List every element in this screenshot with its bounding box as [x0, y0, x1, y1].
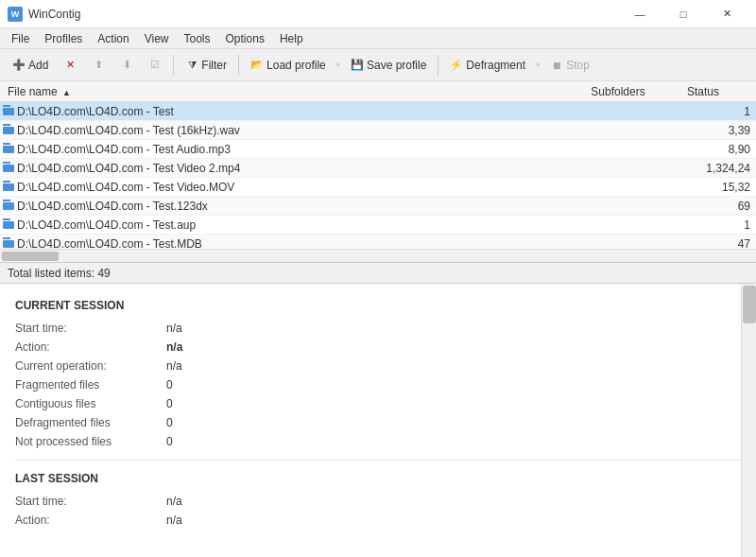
- fragmented-files-row: Fragmented files 0: [15, 378, 741, 392]
- last-start-time-label: Start time:: [15, 495, 166, 508]
- defragmented-files-row: Defragmented files 0: [15, 416, 741, 429]
- svg-rect-10: [3, 200, 10, 201]
- separator-dot-1: •: [335, 59, 342, 72]
- select-icon: ☑: [148, 59, 162, 72]
- minimize-button[interactable]: —: [618, 0, 662, 28]
- load-profile-label: Load profile: [266, 59, 326, 72]
- svg-rect-12: [3, 218, 10, 220]
- save-profile-button[interactable]: 💾 Save profile: [344, 53, 433, 78]
- last-session-title: LAST SESSION: [15, 472, 741, 485]
- contiguous-files-label: Contiguous files: [15, 397, 166, 410]
- defragmented-files-value: 0: [166, 416, 173, 429]
- action-label: Action:: [15, 340, 166, 354]
- file-name: D:\LO4D.com\LO4D.com - Test Video 2.mp4: [17, 162, 699, 175]
- stop-icon: ⏹: [550, 59, 563, 72]
- current-operation-label: Current operation:: [15, 359, 166, 373]
- horizontal-scrollbar[interactable]: [0, 249, 756, 262]
- filter-icon: ⧩: [185, 59, 198, 72]
- move-down-button[interactable]: ⬇: [113, 53, 140, 78]
- menu-bar: FileProfilesActionViewToolsOptionsHelp: [0, 28, 756, 49]
- last-action-label: Action:: [15, 513, 166, 527]
- file-list[interactable]: D:\LO4D.com\LO4D.com - Test1D:\LO4D.com\…: [0, 102, 756, 249]
- table-row[interactable]: D:\LO4D.com\LO4D.com - Test1: [0, 102, 756, 121]
- save-profile-icon: 💾: [351, 59, 364, 72]
- defragmented-files-label: Defragmented files: [15, 416, 166, 429]
- table-row[interactable]: D:\LO4D.com\LO4D.com - Test.123dx69: [0, 197, 756, 216]
- separator-dot-2: •: [534, 59, 541, 72]
- start-time-row: Start time: n/a: [15, 322, 741, 335]
- menu-item-profiles[interactable]: Profiles: [37, 28, 90, 49]
- fragmented-files-label: Fragmented files: [15, 378, 166, 392]
- file-name: D:\LO4D.com\LO4D.com - Test.MDB: [17, 237, 699, 250]
- svg-rect-11: [3, 202, 14, 210]
- menu-item-file[interactable]: File: [4, 28, 37, 49]
- action-row: Action: n/a: [15, 340, 741, 354]
- last-action-value: n/a: [166, 513, 182, 527]
- table-row[interactable]: D:\LO4D.com\LO4D.com - Test.aup1: [0, 216, 756, 235]
- separator-2: [238, 55, 239, 76]
- table-row[interactable]: D:\LO4D.com\LO4D.com - Test Video.MOV15,…: [0, 178, 756, 197]
- last-action-row: Action: n/a: [15, 513, 741, 527]
- move-up-icon: ⬆: [92, 59, 105, 72]
- file-number: 1: [699, 105, 756, 118]
- file-number: 1,324,24: [699, 162, 756, 175]
- table-row[interactable]: D:\LO4D.com\LO4D.com - Test (16kHz).wav3…: [0, 121, 756, 140]
- main-scrollbar[interactable]: [741, 284, 756, 557]
- add-button[interactable]: ➕ Add: [6, 53, 55, 78]
- select-button[interactable]: ☑: [142, 53, 168, 78]
- stop-button[interactable]: ⏹ Stop: [543, 53, 596, 78]
- main-panel: CURRENT SESSION Start time: n/a Action: …: [0, 284, 756, 557]
- start-time-value: n/a: [166, 322, 182, 335]
- svg-rect-2: [3, 124, 10, 126]
- file-number: 3,39: [699, 124, 756, 137]
- current-operation-row: Current operation: n/a: [15, 359, 741, 373]
- close-button[interactable]: ✕: [705, 0, 748, 28]
- current-session-title: CURRENT SESSION: [15, 299, 741, 312]
- section-divider: [15, 460, 741, 461]
- move-up-button[interactable]: ⬆: [85, 53, 112, 78]
- load-profile-icon: 📂: [250, 59, 264, 72]
- total-items-label: Total listed items:: [8, 267, 94, 280]
- column-subfolders[interactable]: Subfolders: [571, 85, 665, 98]
- file-number: 69: [699, 200, 756, 213]
- file-number: 8,90: [699, 143, 756, 156]
- stop-label: Stop: [566, 59, 590, 72]
- remove-button[interactable]: ✕: [57, 53, 83, 78]
- defragment-button[interactable]: ⚡ Defragment: [443, 53, 532, 78]
- filter-button[interactable]: ⧩ Filter: [179, 53, 233, 78]
- column-filename[interactable]: File name ▲: [0, 85, 571, 98]
- last-start-time-row: Start time: n/a: [15, 495, 741, 508]
- menu-item-options[interactable]: Options: [218, 28, 272, 49]
- not-processed-label: Not processed files: [15, 435, 166, 448]
- table-row[interactable]: D:\LO4D.com\LO4D.com - Test Audio.mp38,9…: [0, 140, 756, 159]
- not-processed-row: Not processed files 0: [15, 435, 741, 448]
- svg-rect-15: [3, 240, 14, 248]
- load-profile-button[interactable]: 📂 Load profile: [244, 53, 333, 78]
- menu-item-tools[interactable]: Tools: [177, 28, 218, 49]
- menu-item-view[interactable]: View: [137, 28, 177, 49]
- file-icon: [0, 218, 17, 233]
- contiguous-files-row: Contiguous files 0: [15, 397, 741, 410]
- svg-rect-6: [3, 162, 10, 164]
- file-list-statusbar: Total listed items: 49: [0, 263, 756, 284]
- remove-icon: ✕: [63, 59, 77, 72]
- table-row[interactable]: D:\LO4D.com\LO4D.com - Test.MDB47: [0, 235, 756, 249]
- menu-item-help[interactable]: Help: [272, 28, 311, 49]
- file-name: D:\LO4D.com\LO4D.com - Test Audio.mp3: [17, 143, 699, 156]
- svg-rect-3: [3, 127, 14, 134]
- save-profile-label: Save profile: [367, 59, 426, 72]
- fragmented-files-value: 0: [166, 378, 173, 392]
- maximize-button[interactable]: □: [662, 0, 705, 28]
- menu-item-action[interactable]: Action: [90, 28, 136, 49]
- file-name: D:\LO4D.com\LO4D.com - Test Video.MOV: [17, 181, 699, 194]
- add-icon: ➕: [12, 59, 26, 72]
- scrollbar-thumb[interactable]: [2, 252, 59, 261]
- file-name: D:\LO4D.com\LO4D.com - Test.123dx: [17, 200, 699, 213]
- main-scrollbar-thumb[interactable]: [743, 286, 756, 323]
- filter-label: Filter: [201, 59, 227, 72]
- column-status[interactable]: Status: [665, 85, 741, 98]
- window-title: WinContig: [28, 8, 80, 21]
- file-icon: [0, 104, 17, 119]
- table-row[interactable]: D:\LO4D.com\LO4D.com - Test Video 2.mp41…: [0, 159, 756, 178]
- svg-rect-4: [3, 143, 10, 145]
